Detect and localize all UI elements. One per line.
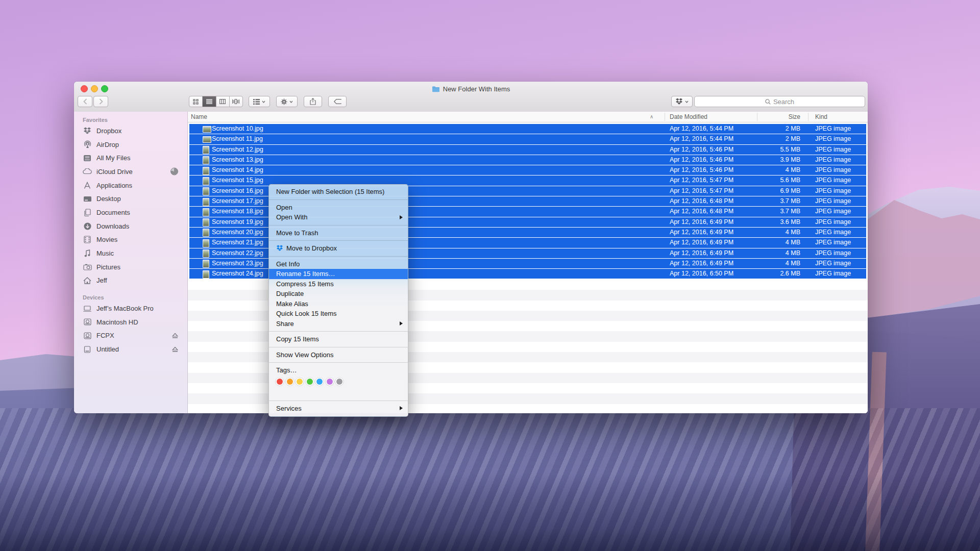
file-row-selected[interactable]: Screenshot 10.jpg Apr 12, 2016, 5:44 PM … <box>189 124 866 134</box>
sidebar-item-macbook-pro[interactable]: Jeff’s MacBook Pro <box>74 302 187 315</box>
icloud-sync-badge <box>170 168 178 176</box>
tag-color-dot[interactable] <box>297 379 303 385</box>
file-name: Screenshot 22.jpg <box>212 248 263 258</box>
sidebar-item-applications[interactable]: Applications <box>74 179 187 192</box>
sidebar-item-all-my-files[interactable]: All My Files <box>74 151 187 165</box>
file-kind: JPEG image <box>815 269 851 279</box>
menu-item-services[interactable]: Services <box>269 404 408 414</box>
sidebar-item-label: Untitled <box>96 345 119 353</box>
menu-item-move-to-dropbox[interactable]: Move to Dropbox <box>269 243 408 254</box>
file-size: 3.9 MB <box>780 155 800 165</box>
column-header-size[interactable]: Size <box>789 112 800 122</box>
tag-color-dot[interactable] <box>277 379 283 385</box>
menu-item-show-view-options[interactable]: Show View Options <box>269 350 408 360</box>
sort-ascending-icon: ∧ <box>650 112 653 122</box>
sidebar-item-label: AirDrop <box>96 141 119 148</box>
file-thumbnail-icon <box>203 198 209 206</box>
sidebar-item-desktop[interactable]: Desktop <box>74 192 187 206</box>
gear-icon <box>281 98 287 105</box>
internal-drive-icon <box>83 332 92 339</box>
menu-item-label: Services <box>276 404 302 414</box>
file-date-modified: Apr 12, 2016, 5:47 PM <box>670 176 733 185</box>
chevron-right-icon <box>99 98 103 105</box>
search-input[interactable]: Search <box>694 96 865 107</box>
icon-view-button[interactable] <box>189 96 203 107</box>
file-kind: JPEG image <box>815 217 851 227</box>
menu-item-open[interactable]: Open <box>269 203 408 213</box>
column-divider[interactable] <box>808 113 808 121</box>
column-header-name[interactable]: Name <box>191 112 207 122</box>
menu-item-copy[interactable]: Copy 15 Items <box>269 334 408 344</box>
file-size: 3.7 MB <box>780 196 800 206</box>
file-date-modified: Apr 12, 2016, 5:46 PM <box>670 145 733 155</box>
sidebar-item-music[interactable]: Music <box>74 246 187 260</box>
menu-separator <box>269 256 408 257</box>
file-row-selected[interactable]: Screenshot 11.jpg Apr 12, 2016, 5:44 PM … <box>189 134 866 144</box>
sidebar-item-dropbox[interactable]: Dropbox <box>74 124 187 138</box>
file-size: 5.5 MB <box>780 145 800 155</box>
file-thumbnail-icon <box>203 229 209 237</box>
eject-button[interactable] <box>172 346 178 352</box>
column-divider[interactable] <box>665 113 665 121</box>
menu-item-compress[interactable]: Compress 15 Items <box>269 279 408 289</box>
eject-button[interactable] <box>172 333 178 338</box>
file-row-selected[interactable]: Screenshot 13.jpg Apr 12, 2016, 5:46 PM … <box>189 155 866 165</box>
sidebar-item-macintosh-hd[interactable]: Macintosh HD <box>74 315 187 329</box>
menu-item-quick-look[interactable]: Quick Look 15 Items <box>269 309 408 319</box>
file-date-modified: Apr 12, 2016, 6:49 PM <box>670 228 733 237</box>
menu-item-move-to-trash[interactable]: Move to Trash <box>269 228 408 238</box>
forward-button[interactable] <box>93 96 108 107</box>
sidebar-item-documents[interactable]: Documents <box>74 206 187 219</box>
sidebar-item-label: Downloads <box>96 222 129 230</box>
file-date-modified: Apr 12, 2016, 6:49 PM <box>670 217 733 227</box>
dropbox-toolbar-button[interactable] <box>671 96 693 107</box>
arrange-button[interactable] <box>249 96 270 107</box>
tag-color-dot[interactable] <box>336 379 342 385</box>
column-divider[interactable] <box>757 113 757 121</box>
menu-item-tags[interactable]: Tags… <box>269 365 408 375</box>
menu-item-duplicate[interactable]: Duplicate <box>269 289 408 299</box>
menu-separator <box>269 400 408 401</box>
sidebar-item-untitled[interactable]: Untitled <box>74 342 187 356</box>
file-row-selected[interactable]: Screenshot 12.jpg Apr 12, 2016, 5:46 PM … <box>189 145 866 155</box>
sidebar-item-pictures[interactable]: Pictures <box>74 260 187 274</box>
menu-item-open-with[interactable]: Open With <box>269 212 408 222</box>
file-date-modified: Apr 12, 2016, 6:48 PM <box>670 196 733 206</box>
file-thumbnail-icon <box>203 249 209 258</box>
sidebar-item-downloads[interactable]: Downloads <box>74 219 187 233</box>
coverflow-view-button[interactable] <box>230 96 242 107</box>
tag-color-dot[interactable] <box>316 379 323 385</box>
file-thumbnail-icon <box>203 177 209 185</box>
sidebar-item-movies[interactable]: Movies <box>74 233 187 247</box>
file-thumbnail-icon <box>203 136 211 143</box>
tags-button[interactable] <box>328 96 347 107</box>
file-kind: JPEG image <box>815 228 851 237</box>
action-button[interactable] <box>276 96 298 107</box>
sidebar-item-label: Jeff <box>96 277 107 284</box>
menu-item-new-folder-with-selection[interactable]: New Folder with Selection (15 Items) <box>269 187 408 197</box>
column-view-button[interactable] <box>216 96 230 107</box>
file-date-modified: Apr 12, 2016, 6:49 PM <box>670 259 733 268</box>
tag-color-dot[interactable] <box>307 379 313 385</box>
tag-color-dot[interactable] <box>327 379 333 385</box>
menu-item-make-alias[interactable]: Make Alias <box>269 299 408 309</box>
column-header-kind[interactable]: Kind <box>815 112 827 122</box>
menu-separator <box>269 199 408 200</box>
internal-drive-icon <box>83 318 92 325</box>
menu-item-get-info[interactable]: Get Info <box>269 259 408 269</box>
list-view-button[interactable] <box>203 96 216 107</box>
share-button[interactable] <box>304 96 322 107</box>
sidebar-item-home[interactable]: Jeff <box>74 274 187 288</box>
file-name: Screenshot 15.jpg <box>212 176 263 185</box>
tag-color-dot[interactable] <box>287 379 293 385</box>
sidebar-item-icloud-drive[interactable]: iCloud Drive <box>74 165 187 179</box>
file-date-modified: Apr 12, 2016, 5:44 PM <box>670 134 733 144</box>
sidebar-item-fcpx[interactable]: FCPX <box>74 329 187 343</box>
back-button[interactable] <box>78 96 92 107</box>
menu-item-share[interactable]: Share <box>269 319 408 329</box>
file-kind: JPEG image <box>815 155 851 165</box>
sidebar-item-airdrop[interactable]: AirDrop <box>74 138 187 152</box>
file-row-selected[interactable]: Screenshot 14.jpg Apr 12, 2016, 5:46 PM … <box>189 165 866 176</box>
column-header-date[interactable]: Date Modified <box>670 112 707 122</box>
menu-item-rename-highlighted[interactable]: Rename 15 Items… <box>269 269 408 279</box>
